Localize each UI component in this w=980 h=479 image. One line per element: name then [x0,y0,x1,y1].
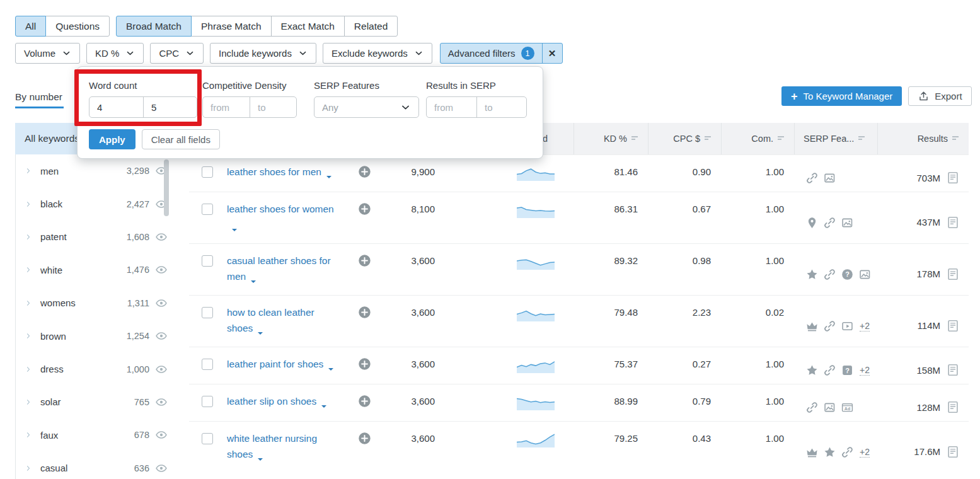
sidebar-item-white[interactable]: white1,476 [16,253,170,286]
add-keyword-icon[interactable] [358,357,371,371]
row-checkbox[interactable] [202,396,213,407]
eye-icon[interactable] [155,429,168,441]
keyword-link[interactable]: white leather nursingshoes [227,433,317,459]
eye-icon[interactable] [155,231,168,243]
eye-icon[interactable] [155,330,168,342]
kd-cell: 88.99 [574,384,648,421]
competitive-density-from-input[interactable] [203,97,250,117]
to-keyword-manager-button[interactable]: + To Keyword Manager [781,86,902,106]
add-keyword-icon[interactable] [358,254,371,267]
eye-icon[interactable] [155,297,168,309]
chevron-right-icon[interactable] [25,200,32,208]
chevron-right-icon[interactable] [25,299,32,307]
tab-broad-match[interactable]: Broad Match [116,16,192,37]
eye-icon[interactable] [155,263,168,276]
add-keyword-icon[interactable] [358,306,371,319]
clear-all-fields-button[interactable]: Clear all fields [142,129,220,149]
row-checkbox[interactable] [202,359,213,370]
row-checkbox[interactable] [202,433,213,444]
caret-down-icon[interactable] [328,368,333,373]
header-cpc[interactable]: CPC $ [648,123,721,154]
keyword-link[interactable]: how to clean leathershoes [227,307,314,333]
chevron-right-icon[interactable] [25,266,32,274]
header-kd[interactable]: KD % [574,123,648,154]
header-serp-features[interactable]: SERP Fea... [794,123,877,154]
caret-down-icon[interactable] [258,332,263,337]
row-checkbox[interactable] [202,166,213,178]
chevron-right-icon[interactable] [25,465,32,472]
chevron-right-icon[interactable] [25,233,32,241]
serp-source-icon [946,171,960,185]
keyword-link[interactable]: leather slip on shoes [227,396,326,407]
trend-cell [441,347,574,384]
apply-button[interactable]: Apply [89,129,135,149]
sidebar-item-brown[interactable]: brown1,254 [16,320,170,352]
row-checkbox[interactable] [202,307,213,318]
filter-chip-volume[interactable]: Volume [15,43,80,64]
caret-down-icon[interactable] [232,229,237,234]
chevron-right-icon[interactable] [25,332,32,340]
caret-down-icon[interactable] [326,176,331,181]
export-label: Export [935,91,962,101]
sidebar-item-men[interactable]: men3,298 [16,154,170,187]
add-keyword-icon[interactable] [358,395,371,408]
keyword-link[interactable]: leather shoes for women [227,204,334,230]
advanced-filters-button[interactable]: Advanced filters 1 [441,43,542,63]
trend-cell [441,384,574,421]
results-value: 178M [916,268,940,279]
filter-chip-kd-[interactable]: KD % [86,43,144,64]
eye-icon[interactable] [155,396,168,408]
header-com[interactable]: Com. [721,123,794,154]
caret-down-icon[interactable] [258,458,263,463]
caret-down-icon[interactable] [251,280,256,286]
serp-more-link[interactable]: +2 [860,365,870,376]
tab-by-number[interactable]: By number [15,91,62,103]
sidebar-item-patent[interactable]: patent1,608 [16,221,170,253]
chevron-right-icon[interactable] [25,431,32,439]
competitive-density-to-input[interactable] [250,97,296,117]
sidebar-scrollbar[interactable] [164,159,169,216]
serp-more-link[interactable]: +2 [860,447,870,458]
tab-related[interactable]: Related [344,16,398,37]
tab-all[interactable]: All [15,16,46,37]
eye-icon[interactable] [155,462,168,475]
results-in-serp-from-input[interactable] [427,97,476,117]
chevron-right-icon[interactable] [25,366,32,373]
word-count-from-input[interactable] [89,97,143,117]
add-keyword-icon[interactable] [358,432,371,445]
add-keyword-icon[interactable] [358,165,371,178]
checkbox-cell [189,155,224,192]
chevron-right-icon[interactable] [25,167,32,175]
advanced-filters-close-icon[interactable]: ✕ [542,43,562,63]
keyword-link[interactable]: casual leather shoes formen [227,255,331,282]
row-checkbox[interactable] [202,255,213,267]
header-results[interactable]: Results [877,123,969,154]
export-button[interactable]: Export [908,86,971,106]
tab-questions[interactable]: Questions [45,16,110,37]
serp-features-select[interactable]: Any [314,96,419,118]
com-cell: 0.02 [721,296,794,347]
chevron-right-icon[interactable] [25,398,32,406]
sidebar-item-solar[interactable]: solar765 [16,386,170,418]
filter-chip-label: Volume [24,48,55,59]
serp-more-link[interactable]: +2 [860,321,870,332]
keyword-link[interactable]: leather shoes for men [227,166,331,177]
keyword-link[interactable]: leather paint for shoes [227,359,333,369]
row-checkbox[interactable] [202,204,213,215]
eye-icon[interactable] [155,363,168,376]
sidebar-item-dress[interactable]: dress1,000 [16,352,170,385]
tab-exact-match[interactable]: Exact Match [271,16,345,37]
filter-chip-cpc[interactable]: CPC [150,43,204,64]
keyword-cell: leather shoes for men [224,155,353,192]
word-count-to-input[interactable] [143,97,197,117]
filter-chip-include-keywords[interactable]: Include keywords [210,43,316,64]
sidebar-item-faux[interactable]: faux678 [16,418,170,451]
add-keyword-icon[interactable] [358,202,371,216]
tab-phrase-match[interactable]: Phrase Match [191,16,272,37]
caret-down-icon[interactable] [321,405,326,410]
sidebar-item-womens[interactable]: womens1,311 [16,287,170,320]
sidebar-item-casual[interactable]: casual636 [16,452,170,479]
filter-chip-exclude-keywords[interactable]: Exclude keywords [323,43,432,64]
sidebar-item-black[interactable]: black2,427 [16,187,170,220]
results-in-serp-to-input[interactable] [476,97,526,117]
